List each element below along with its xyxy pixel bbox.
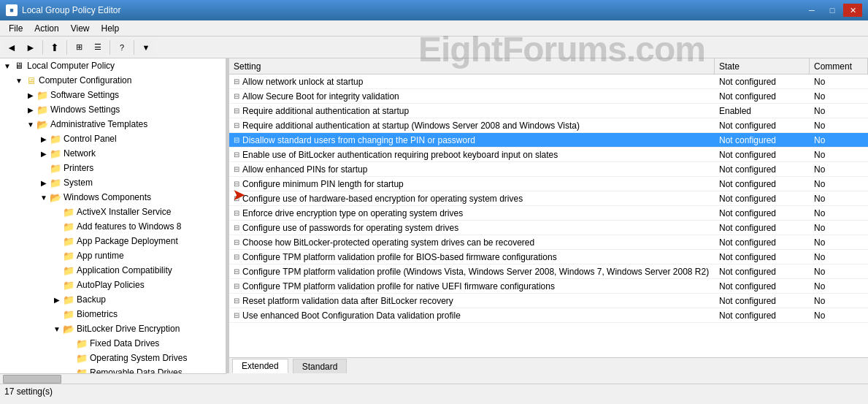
software-settings-label: Software Settings [50,90,119,100]
system-expand[interactable]: ▶ [38,175,50,190]
list-row[interactable]: ⊟ Allow enhanced PINs for startup Not co… [229,162,868,177]
view-toggle-2[interactable]: ☰ [89,39,107,56]
tree-item-windows-settings[interactable]: ▶ 📁 Windows Settings [0,102,226,117]
tree-item-fixed-data[interactable]: 📁 Fixed Data Drives [0,336,226,351]
network-expand[interactable]: ▶ [38,146,50,161]
list-row[interactable]: ⊟ Configure TPM platform validation prof… [229,250,868,264]
up-button[interactable]: ⬆ [46,39,64,56]
setting-text: Configure use of hardware-based encrypti… [242,194,523,204]
list-row[interactable]: ⊟ Require additional authentication at s… [229,104,868,118]
help-button[interactable]: ? [113,39,131,56]
close-button[interactable]: ✕ [843,4,862,17]
root-expand-icon[interactable]: ▼ [1,58,13,73]
col-header-state[interactable]: State [715,58,810,74]
tree-item-system[interactable]: ▶ 📁 System [0,175,226,190]
os-drives-expand[interactable] [64,351,76,365]
tree-item-app-runtime[interactable]: 📁 App runtime [0,248,226,263]
col-header-setting[interactable]: Setting [229,58,715,74]
list-row[interactable]: ⊟ Choose how BitLocker-protected operati… [229,235,868,250]
list-row[interactable]: ⊟ Require additional authentication at s… [229,118,868,133]
back-button[interactable]: ◄ [3,39,20,56]
tree-item-windows-components[interactable]: ▼ 📂 Windows Components [0,190,226,205]
menu-action[interactable]: Action [28,20,64,36]
list-row[interactable]: ⊟ Use enhanced Boot Configuration Data v… [229,308,868,323]
list-row[interactable]: ⊟ Configure TPM platform validation prof… [229,279,868,294]
app-compat-label: Application Compatibility [77,265,172,275]
minimize-button[interactable]: ─ [802,4,821,17]
list-row[interactable]: ⊟ Disallow standard users from changing … [229,133,868,148]
bitlocker-expand[interactable]: ▼ [51,321,63,336]
admin-templates-expand[interactable]: ▼ [25,117,37,132]
tree-item-backup[interactable]: ▶ 📁 Backup [0,292,226,307]
maximize-button[interactable]: □ [823,4,842,17]
tree-item-biometrics[interactable]: 📁 Biometrics [0,307,226,321]
setting-text: Use enhanced Boot Configuration Data val… [242,310,461,321]
tab-standard[interactable]: Standard [293,359,347,373]
backup-expand[interactable]: ▶ [51,292,63,307]
list-row[interactable]: ⊟ Allow network unlock at startup Not co… [229,75,868,89]
menu-help[interactable]: Help [96,20,126,36]
toolbar: ◄ ► ⬆ ⊞ ☰ ? ▼ [0,37,868,58]
col-header-comment[interactable]: Comment [810,58,868,74]
tree-item-activex[interactable]: 📁 ActiveX Installer Service [0,205,226,219]
list-header: Setting State Comment [229,58,868,75]
app-runtime-expand[interactable] [51,248,63,263]
app-compat-expand[interactable] [51,263,63,278]
tree-item-add-features[interactable]: 📁 Add features to Windows 8 [0,219,226,234]
list-row[interactable]: ⊟ Configure use of hardware-based encryp… [229,191,868,206]
window-title: Local Group Policy Editor [22,5,120,15]
printers-expand[interactable] [38,161,50,175]
view-toggle-1[interactable]: ⊞ [70,39,88,56]
forward-button[interactable]: ► [22,39,39,56]
state-cell: Enabled [715,106,810,116]
tree-item-app-compat[interactable]: 📁 Application Compatibility [0,263,226,278]
tree-item-software-settings[interactable]: ▶ 📁 Software Settings [0,88,226,102]
horizontal-scrollbar[interactable] [0,373,226,384]
app-package-folder-icon: 📁 [63,235,74,247]
list-row[interactable]: ⊟ Configure TPM platform validation prof… [229,264,868,279]
tree-item-app-package[interactable]: 📁 App Package Deployment [0,234,226,248]
state-cell: Not configured [715,296,810,306]
windows-components-expand[interactable]: ▼ [38,190,50,205]
menu-view[interactable]: View [65,20,96,36]
windows-components-label: Windows Components [64,192,151,202]
add-features-expand[interactable] [51,219,63,234]
list-row[interactable]: ⊟ Enforce drive encryption type on opera… [229,206,868,221]
list-row[interactable]: ⊟ Configure use of passwords for operati… [229,221,868,235]
removable-data-folder-icon: 📁 [76,367,88,373]
windows-settings-expand[interactable]: ▶ [25,102,37,117]
comment-cell: No [810,135,868,145]
list-row[interactable]: ⊟ Enable use of BitLocker authentication… [229,148,868,162]
scroll-thumb[interactable] [3,375,61,384]
tree-item-autoplay[interactable]: 📁 AutoPlay Policies [0,278,226,292]
removable-data-expand[interactable] [64,365,76,373]
list-row[interactable]: ⊟ Reset platform validation data after B… [229,294,868,308]
tree-item-printers[interactable]: 📁 Printers [0,161,226,175]
software-expand[interactable]: ▶ [25,88,37,102]
comment-cell: No [810,223,868,233]
tree-item-removable-data[interactable]: 📁 Removable Data Drives [0,365,226,373]
tree-item-network[interactable]: ▶ 📁 Network [0,146,226,161]
tree-item-os-drives[interactable]: 📁 Operating System Drives [0,351,226,365]
control-panel-expand[interactable]: ▶ [38,132,50,146]
autoplay-expand[interactable] [51,278,63,292]
comment-cell: No [810,281,868,291]
tree-item-control-panel[interactable]: ▶ 📁 Control Panel [0,132,226,146]
tab-extended[interactable]: Extended [232,359,288,373]
list-row[interactable]: ⊟ Allow Secure Boot for integrity valida… [229,89,868,104]
biometrics-expand[interactable] [51,307,63,321]
main-layout: ▼ 🖥 Local Computer Policy ▼ 🖥 Computer C… [0,58,868,373]
os-drives-label: Operating System Drives [90,353,187,363]
filter-button[interactable]: ▼ [137,39,155,56]
tree-root[interactable]: ▼ 🖥 Local Computer Policy [0,58,226,73]
tree-item-computer-config[interactable]: ▼ 🖥 Computer Configuration [0,73,226,88]
fixed-data-expand[interactable] [64,336,76,351]
tree-item-admin-templates[interactable]: ▼ 📂 Administrative Templates [0,117,226,132]
setting-text: Allow network unlock at startup [242,77,363,87]
tree-item-bitlocker[interactable]: ▼ 📂 BitLocker Drive Encryption [0,321,226,336]
activex-expand[interactable] [51,205,63,219]
app-package-expand[interactable] [51,234,63,248]
list-row[interactable]: ⊟ Configure minimum PIN length for start… [229,177,868,191]
computer-config-expand[interactable]: ▼ [13,73,25,88]
menu-file[interactable]: File [3,20,28,36]
